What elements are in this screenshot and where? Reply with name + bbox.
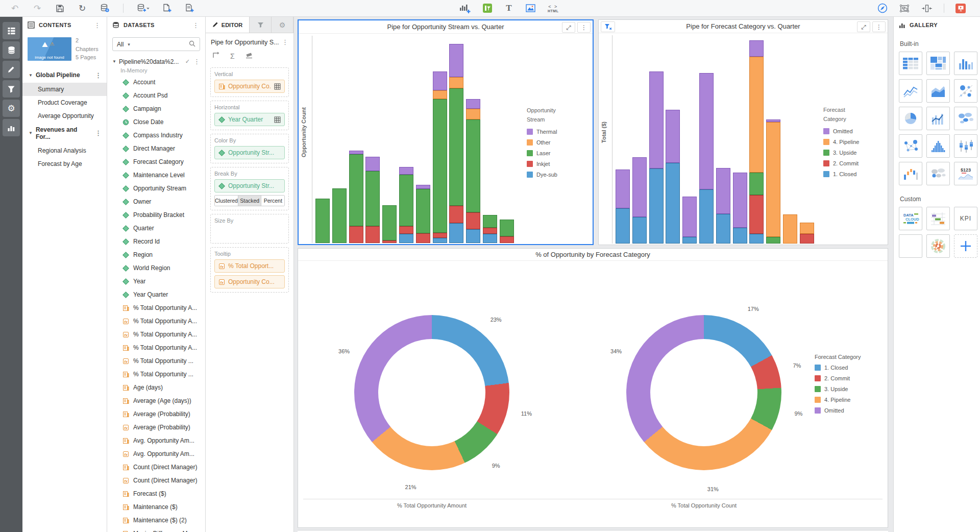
dataset-field-attribute[interactable]: World Region — [107, 261, 205, 275]
save-button[interactable] — [55, 2, 64, 14]
bar-segment-1-closed[interactable] — [699, 189, 714, 244]
dataset-field-attribute[interactable]: Account Psd — [107, 89, 205, 102]
html-button[interactable]: < >HTML — [548, 2, 558, 14]
dataset-menu-button[interactable]: ⋮ — [192, 58, 201, 65]
dataset-field-metric[interactable]: Forecast ($) — [107, 487, 205, 500]
bar-segment-4-pipeline[interactable] — [749, 57, 764, 173]
dataset-field-metric[interactable]: % Total Opportunity A... — [107, 301, 205, 315]
gallery-blank-icon[interactable] — [899, 234, 922, 258]
bar-segment-other[interactable] — [433, 90, 447, 99]
stacked-bar[interactable] — [800, 223, 814, 244]
gallery-grid-icon[interactable] — [899, 52, 922, 75]
bar-segment-laser[interactable] — [483, 215, 497, 228]
dataset-field-metric[interactable]: % Total Opportunity A... — [107, 341, 205, 354]
bar-segment-thermal[interactable] — [433, 71, 447, 90]
stacked-bar[interactable] — [749, 40, 764, 244]
stacked-bar[interactable] — [632, 157, 647, 244]
dataset-field-fx[interactable]: fx% Total Opportunity A... — [107, 315, 205, 328]
gallery-boxplot-icon[interactable] — [954, 134, 977, 158]
stacked-bar[interactable] — [399, 167, 413, 243]
table-placement-icon[interactable] — [274, 116, 281, 123]
dataset-field-metric[interactable]: Average (Age (days)) — [107, 394, 205, 407]
legend-item[interactable]: 4. Pipeline — [815, 397, 861, 403]
sigma-icon[interactable]: Σ — [230, 52, 235, 60]
bar-segment-laser[interactable] — [332, 188, 347, 243]
page-item[interactable]: Forecast by Age — [22, 157, 107, 171]
legend-item[interactable]: Dye-sub — [527, 172, 594, 178]
insert-page-button[interactable] — [162, 2, 172, 14]
bar-segment-thermal[interactable] — [416, 185, 430, 189]
tab-editor[interactable]: EDITOR — [206, 17, 250, 33]
gallery-area-icon[interactable] — [926, 79, 950, 103]
bar-segment-dye-sub[interactable] — [399, 234, 413, 243]
bar-segment-4-pipeline[interactable] — [766, 122, 780, 237]
legend-item[interactable]: Other — [527, 139, 594, 146]
gallery-kpi-icon[interactable]: KPI — [954, 207, 977, 230]
eraser-icon[interactable] — [245, 52, 253, 61]
bar-segment-omitted[interactable] — [699, 73, 714, 189]
refresh-button[interactable]: ↻ — [78, 2, 87, 14]
bar-segment-thermal[interactable] — [399, 167, 413, 175]
page-item[interactable]: Product Coverage — [22, 96, 107, 109]
stacked-bar[interactable] — [315, 199, 330, 243]
chapter-row[interactable]: ▼Revenues and For...⋮ — [22, 123, 107, 144]
canvas-layout-button[interactable] — [899, 2, 910, 14]
stacked-bar[interactable] — [716, 168, 730, 244]
bar-segment-3-upside[interactable] — [766, 237, 780, 244]
bar-segment-inkjet[interactable] — [416, 233, 430, 243]
stacked-bar[interactable] — [783, 214, 797, 244]
dataset-field-attribute[interactable]: Maintenance Level — [107, 168, 205, 182]
bar-segment-inkjet[interactable] — [365, 226, 380, 243]
image-button[interactable] — [526, 2, 535, 14]
dataset-field-attribute[interactable]: Forecast Category — [107, 155, 205, 168]
field-chip-metric[interactable]: Opportunity Co... — [214, 80, 285, 93]
stacked-bar[interactable] — [666, 110, 680, 244]
legend-item[interactable]: Laser — [527, 150, 594, 156]
bar-segment-omitted[interactable] — [649, 71, 664, 168]
bar-segment-4-pipeline[interactable] — [800, 223, 814, 234]
drop-zone-break-by[interactable]: Break ByOpportunity Str...ClusteredStack… — [210, 167, 289, 210]
stacked-bar[interactable] — [382, 205, 397, 243]
viz2-expand-button[interactable]: ⤢ — [857, 21, 870, 32]
gallery-gantt-icon[interactable] — [926, 207, 950, 230]
bar-segment-omitted[interactable] — [749, 40, 764, 57]
bar-segment-1-closed[interactable] — [716, 214, 730, 244]
editor-viz-menu-button[interactable]: ⋮ — [281, 38, 289, 46]
dataset-field-metric[interactable]: Age (days) — [107, 381, 205, 394]
dataset-field-attribute[interactable]: Compass Industry — [107, 129, 205, 142]
stacked-bar[interactable] — [616, 170, 630, 244]
gallery-histogram-icon[interactable] — [926, 134, 950, 158]
stacked-bar[interactable] — [766, 119, 780, 244]
bar-segment-laser[interactable] — [433, 99, 447, 233]
bar-segment-omitted[interactable] — [666, 110, 680, 163]
drop-zone-horizontal[interactable]: HorizontalYear Quarter — [210, 101, 289, 130]
dataset-field-fx[interactable]: fx% Total Opportunity ... — [107, 354, 205, 368]
legend-item[interactable]: Inkjet — [527, 161, 594, 167]
bar-segment-laser[interactable] — [349, 154, 363, 226]
viz-forecast-category-donuts[interactable]: % of Opportunity by Forecast Category % … — [298, 248, 888, 528]
legend-item[interactable]: 3. Upside — [823, 150, 891, 156]
rail-settings-button[interactable]: ⚙ — [3, 100, 20, 117]
dataset-field-metric[interactable]: % Total Opportunity ... — [107, 368, 205, 381]
bar-segment-inkjet[interactable] — [466, 212, 480, 229]
datasets-menu-button[interactable]: ⋮ — [191, 21, 200, 29]
viz2-filter-applied-button[interactable] — [601, 21, 615, 32]
viz2-menu-button[interactable]: ⋮ — [872, 21, 886, 32]
dataset-field-attribute[interactable]: Direct Manager — [107, 142, 205, 155]
stacked-bar[interactable] — [682, 197, 697, 244]
undo-button[interactable]: ↶ — [10, 2, 19, 14]
bar-segment-inkjet[interactable] — [349, 226, 363, 243]
stacked-bar[interactable] — [649, 71, 664, 244]
legend-item[interactable]: 4. Pipeline — [823, 139, 891, 145]
legend-item[interactable]: 2. Commit — [815, 375, 861, 381]
redo-button[interactable]: ↷ — [33, 2, 42, 14]
bar-segment-omitted[interactable] — [616, 170, 630, 208]
field-chip-attribute[interactable]: Opportunity Str... — [214, 146, 285, 159]
dataset-field-metric[interactable]: Average (Probability) — [107, 407, 205, 421]
bar-segment-laser[interactable] — [416, 189, 430, 233]
drop-zone-tooltip[interactable]: Tooltipfx% Total Opport...fxOpportunity … — [210, 247, 289, 293]
bar-segment-dye-sub[interactable] — [466, 229, 480, 243]
break-by-option-percent[interactable]: Percent — [261, 196, 284, 206]
stacked-bar[interactable] — [349, 151, 363, 243]
dataset-field-attribute[interactable]: Year — [107, 275, 205, 288]
